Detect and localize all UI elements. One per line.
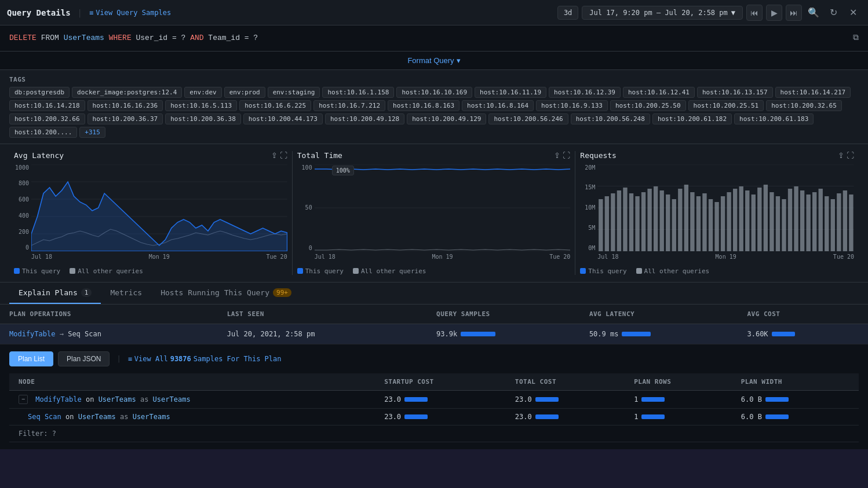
node-seq-startup-cost: 23.0: [375, 408, 506, 425]
tag-item[interactable]: env:prod: [224, 87, 265, 98]
share-icon-button-3[interactable]: ⇪: [838, 151, 844, 160]
expand-row-icon[interactable]: −: [19, 395, 28, 404]
tag-item[interactable]: host:10.16.8.164: [462, 100, 534, 111]
svg-rect-50: [812, 192, 816, 251]
sql-team-id: Team_id = ?: [208, 34, 258, 42]
chart-requests-actions: ⇪ ⛶: [838, 151, 854, 160]
tag-item[interactable]: host:10.16.10.169: [396, 87, 472, 98]
legend-other-dot-3: [636, 268, 642, 274]
tag-item[interactable]: host:10.16.13.157: [697, 87, 773, 98]
list-icon-2: ≡: [128, 355, 132, 363]
tag-item[interactable]: docker_image:postgres:12.4: [72, 87, 182, 98]
tag-item[interactable]: host:10.16.16.236: [87, 100, 163, 111]
svg-rect-21: [636, 196, 640, 251]
tag-item[interactable]: host:10.16.6.225: [239, 100, 311, 111]
legend-this-dot: [14, 268, 20, 274]
tag-more-button[interactable]: +315: [79, 127, 105, 138]
chart-avg-latency: Avg Latency ⇪ ⛶ 1000 800 600 400 200 0: [9, 151, 293, 275]
tag-item[interactable]: host:10.200.44.173: [243, 113, 323, 124]
node-on-kw: on: [86, 395, 99, 403]
tab-hosts-running[interactable]: Hosts Running This Query 99+: [151, 282, 301, 304]
chart-avg-latency-actions: ⇪ ⛶: [271, 151, 287, 160]
plan-json-button[interactable]: Plan JSON: [58, 351, 110, 366]
tag-item[interactable]: env:dev: [184, 87, 221, 98]
plan-rows-bar-fill-1: [641, 397, 665, 402]
tag-item[interactable]: host:10.200.36.38: [165, 113, 241, 124]
nav-play-button[interactable]: ▶: [766, 5, 782, 21]
share-icon-button-2[interactable]: ⇪: [554, 151, 560, 160]
chart-total-time-x-labels: Jul 18 Mon 19 Tue 20: [297, 254, 571, 260]
tag-item[interactable]: host:10.16.7.212: [313, 100, 385, 111]
plan-width-bar-2: 6.0 B: [741, 413, 849, 421]
tag-item[interactable]: host:10.16.12.39: [549, 87, 621, 98]
svg-rect-48: [800, 190, 804, 251]
tag-item[interactable]: host:10.200.56.246: [488, 113, 568, 124]
tab-metrics[interactable]: Metrics: [101, 282, 151, 304]
view-query-samples-link[interactable]: ≡ View Query Samples: [89, 9, 171, 17]
copy-button[interactable]: ⧉: [853, 32, 859, 42]
view-all-samples-link[interactable]: ≡ View All 93876 Samples For This Plan: [128, 355, 282, 363]
tag-item[interactable]: host:10.200.49.128: [325, 113, 404, 124]
tag-item[interactable]: host:10.200.56.248: [571, 113, 650, 124]
tag-item[interactable]: host:10.16.1.158: [322, 87, 394, 98]
tag-item[interactable]: host:10.16.9.133: [536, 100, 608, 111]
node-name-seq: Seq Scan: [28, 413, 61, 421]
tags-container: db:postgresdbdocker_image:postgres:12.4e…: [9, 87, 859, 138]
tag-item[interactable]: host:10.200.25.50: [610, 100, 686, 111]
tag-item[interactable]: host:10.16.11.19: [475, 87, 546, 98]
tab-explain-plans[interactable]: Explain Plans 1: [9, 282, 101, 304]
share-icon-button[interactable]: ⇪: [271, 151, 278, 160]
plan-sub-op: Seq Scan: [68, 330, 101, 338]
svg-rect-22: [641, 192, 645, 251]
node-table-body: − ModifyTable on UserTeams as UserTeams …: [9, 390, 859, 442]
expand-icon-button-3[interactable]: ⛶: [847, 151, 854, 160]
tag-item[interactable]: db:postgresdb: [9, 87, 70, 98]
total-time-svg: [315, 164, 571, 251]
tag-item[interactable]: host:10.200.61.182: [652, 113, 732, 124]
node-seq-on-kw: on: [65, 413, 78, 421]
tag-item[interactable]: host:10.16.14.217: [775, 87, 851, 98]
tag-item[interactable]: env:staging: [268, 87, 320, 98]
expand-icon-button[interactable]: ⛶: [280, 151, 287, 160]
col-last-seen: LAST SEEN: [218, 304, 427, 324]
tag-item[interactable]: host:10.200.61.183: [734, 113, 814, 124]
nav-back-double-button[interactable]: ⏮: [746, 5, 763, 21]
node-row-modify-table[interactable]: − ModifyTable on UserTeams as UserTeams …: [9, 390, 859, 408]
tag-item[interactable]: host:10.200.25.51: [688, 100, 764, 111]
tag-item[interactable]: host:10.200....: [9, 127, 77, 138]
time-range-selector[interactable]: Jul 17, 9:20 pm – Jul 20, 2:58 pm ▼: [582, 6, 743, 20]
format-query-button[interactable]: Format Query ▾: [407, 56, 460, 65]
filter-text: Filter: ?: [9, 425, 859, 442]
expand-icon-button-2[interactable]: ⛶: [563, 151, 570, 160]
legend-this-query-3: This query: [580, 267, 626, 275]
toolbar-divider: |: [116, 355, 121, 363]
tag-item[interactable]: host:10.16.14.218: [9, 100, 85, 111]
tag-item[interactable]: host:10.16.5.113: [165, 100, 237, 111]
tag-item[interactable]: host:10.200.36.37: [87, 113, 163, 124]
plan-rows-bar-fill-2: [641, 414, 665, 419]
time-preset-badge[interactable]: 3d: [557, 6, 578, 20]
svg-rect-37: [733, 189, 737, 251]
tag-item[interactable]: host:10.16.8.163: [388, 100, 459, 111]
tag-item[interactable]: host:10.200.32.66: [9, 113, 85, 124]
node-row-seq-scan[interactable]: Seq Scan on UserTeams as UserTeams 23.0 …: [9, 408, 859, 425]
search-icon-button[interactable]: 🔍: [805, 5, 822, 21]
latency-bar-container: 50.9 ms: [589, 330, 729, 338]
nav-forward-double-button[interactable]: ⏭: [786, 5, 802, 21]
refresh-icon-button[interactable]: ↻: [825, 5, 841, 21]
plan-list-button[interactable]: Plan List: [9, 351, 53, 366]
svg-rect-32: [703, 193, 707, 251]
plan-rows-bar-1: 1: [634, 395, 723, 403]
chart-requests-x-labels: Jul 18 Mon 19 Tue 20: [580, 254, 854, 260]
plans-table-body: ModifyTable → Seq Scan Jul 20, 2021, 2:5…: [0, 324, 868, 344]
table-row[interactable]: ModifyTable → Seq Scan Jul 20, 2021, 2:5…: [0, 324, 868, 344]
close-icon-button[interactable]: ✕: [845, 5, 861, 21]
col-query-samples: QUERY SAMPLES: [427, 304, 580, 324]
col-plan-width: PLAN WIDTH: [732, 373, 859, 391]
tag-item[interactable]: host:10.200.32.65: [766, 100, 842, 111]
startup-cost-bar-fill-1: [404, 397, 428, 402]
sql-table-userteams: UserTeams: [64, 34, 104, 42]
tag-item[interactable]: host:10.200.49.129: [407, 113, 486, 124]
svg-rect-24: [654, 186, 658, 251]
tag-item[interactable]: host:10.16.12.41: [623, 87, 695, 98]
